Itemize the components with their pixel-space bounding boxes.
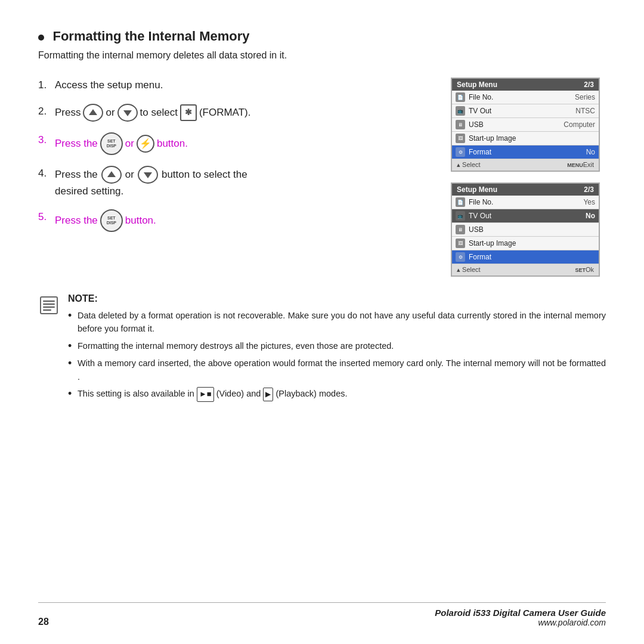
s2-row-0-value: Yes <box>583 198 595 206</box>
screen-1-title: Setup Menu <box>457 80 497 89</box>
footer-title-line2: www.polaroid.com <box>435 618 606 627</box>
row-2-label: USB <box>469 120 560 129</box>
step-1-text: Access the setup menu. <box>55 78 163 93</box>
subtitle-text: Formatting the internal memory deletes a… <box>38 50 606 61</box>
screen-2-title: Setup Menu <box>457 185 497 194</box>
step-4-num: 4. <box>38 166 55 181</box>
row-1-label: TV Out <box>469 107 572 115</box>
svg-rect-2 <box>43 304 55 305</box>
s2-row-1-label: TV Out <box>469 212 582 220</box>
screen-1-header: Setup Menu 2/3 <box>452 79 599 91</box>
note-item-1: • Formatting the internal memory destroy… <box>68 339 606 353</box>
note-lines-svg <box>38 295 60 316</box>
svg-rect-0 <box>41 297 57 314</box>
main-content: 1. Access the setup menu. 2. Press or to… <box>38 78 606 277</box>
screen-1-footer: ▴ Select MENUExit <box>452 159 599 171</box>
row-4-value: No <box>586 148 595 156</box>
video-mode-icon: ►■ <box>197 387 214 401</box>
step-5-text: Press the SETDISP button. <box>55 209 156 232</box>
screen-1-row-0: 📄 File No. Series <box>452 91 599 104</box>
set-disp-button-icon: SETDISP <box>100 132 123 155</box>
s2-row-2-label: USB <box>469 225 592 234</box>
screen-2-row-2: 🖥 USB <box>452 223 599 237</box>
step-3-num: 3. <box>38 132 55 148</box>
bolt-button-icon: ⚡ <box>137 135 154 153</box>
svg-rect-1 <box>43 301 55 302</box>
note-item-2: • With a memory card inserted, the above… <box>68 357 606 383</box>
s2-row-0-label: File No. <box>469 198 580 206</box>
row-3-label: Start-up Image <box>469 134 592 143</box>
row-0-label: File No. <box>469 93 571 101</box>
footer-title: Polaroid i533 Digital Camera User Guide … <box>435 608 606 627</box>
step-4-line2: desired setting. <box>55 184 247 199</box>
startupimg-icon: 🖼 <box>456 134 465 143</box>
screen-2-header: Setup Menu 2/3 <box>452 184 599 196</box>
file2-icon: 📄 <box>456 197 465 207</box>
note-text-2: With a memory card inserted, the above o… <box>78 357 606 383</box>
playback-mode-icon: ▶ <box>263 388 273 401</box>
row-0-value: Series <box>575 93 595 101</box>
screen-2: Setup Menu 2/3 📄 File No. Yes 📺 TV Out N… <box>451 182 600 277</box>
note-body: NOTE: • Data deleted by a format operati… <box>68 293 606 405</box>
file-icon: 📄 <box>456 92 465 102</box>
screen-2-footer-right: SETOk <box>575 266 594 274</box>
note-text-3: This setting is also available in ►■ (Vi… <box>78 387 347 401</box>
s2-row-1-value: No <box>586 212 595 220</box>
usb-icon: 🖥 <box>456 120 465 129</box>
step-4-text: Press the or button to select the desire… <box>55 166 247 199</box>
svg-rect-4 <box>43 309 51 311</box>
step-2: 2. Press or to select ✱ (FORMAT). <box>38 104 439 122</box>
bullet-3: • <box>68 387 78 401</box>
row-4-label: Format <box>469 148 583 156</box>
page-footer: 28 Polaroid i533 Digital Camera User Gui… <box>38 602 606 627</box>
screen-2-footer: ▴ Select SETOk <box>452 264 599 275</box>
s2-row-3-label: Start-up Image <box>469 239 592 247</box>
screen-2-row-4: ⚙ Format <box>452 250 599 264</box>
note-item-3: • This setting is also available in ►■ (… <box>68 387 606 401</box>
note-text-0: Data deleted by a format operation is no… <box>78 309 606 336</box>
row-1-value: NTSC <box>575 107 595 115</box>
svg-rect-3 <box>43 306 55 308</box>
screen-2-row-1: 📺 TV Out No <box>452 209 599 223</box>
step-3: 3. Press the SETDISP or ⚡ button. <box>38 132 439 155</box>
note-icon <box>38 295 60 316</box>
screen-1-footer-left: ▴ Select <box>457 161 481 169</box>
steps-column: 1. Access the setup menu. 2. Press or to… <box>38 78 439 243</box>
down-arrow-2-icon <box>138 166 158 184</box>
row-2-value: Computer <box>564 120 595 129</box>
set-btn-2-icon: SETDISP <box>100 209 123 232</box>
up-arrow-icon <box>83 104 103 122</box>
tv2-icon: 📺 <box>456 211 465 221</box>
screen-1-row-2: 🖥 USB Computer <box>452 118 599 132</box>
page-title: Formatting the Internal Memory <box>52 29 249 44</box>
screen-2-row-0: 📄 File No. Yes <box>452 196 599 209</box>
step-3-text: Press the SETDISP or ⚡ button. <box>55 132 188 155</box>
step-2-num: 2. <box>38 104 55 119</box>
screen-1-row-4: ⚙ Format No <box>452 145 599 159</box>
note-text-1: Formatting the internal memory destroys … <box>78 339 394 352</box>
format2-row-icon: ⚙ <box>456 252 465 262</box>
screen-1-row-1: 📺 TV Out NTSC <box>452 104 599 118</box>
startupimg2-icon: 🖼 <box>456 239 465 248</box>
page-number: 28 <box>38 617 49 627</box>
format-row-icon: ⚙ <box>456 147 465 157</box>
down-arrow-icon <box>117 104 138 122</box>
screen-2-row-3: 🖼 Start-up Image <box>452 237 599 250</box>
screen-2-page: 2/3 <box>584 185 594 194</box>
screen-1: Setup Menu 2/3 📄 File No. Series 📺 TV Ou… <box>451 78 600 172</box>
bullet-0: • <box>68 309 78 323</box>
format-icon: ✱ <box>180 104 197 121</box>
footer-title-line1: Polaroid i533 Digital Camera User Guide <box>435 608 606 618</box>
step-2-text: Press or to select ✱ (FORMAT). <box>55 104 250 122</box>
usb2-icon: 🖥 <box>456 225 465 234</box>
step-1: 1. Access the setup menu. <box>38 78 439 93</box>
step-5-num: 5. <box>38 209 55 225</box>
bullet-2: • <box>68 357 78 370</box>
note-item-0: • Data deleted by a format operation is … <box>68 309 606 336</box>
bullet-1: • <box>68 339 78 353</box>
note-section: NOTE: • Data deleted by a format operati… <box>38 293 606 405</box>
section-heading: Formatting the Internal Memory <box>38 29 606 44</box>
note-title: NOTE: <box>68 293 606 304</box>
s2-row-4-label: Format <box>469 253 592 261</box>
page: Formatting the Internal Memory Formattin… <box>0 0 644 644</box>
